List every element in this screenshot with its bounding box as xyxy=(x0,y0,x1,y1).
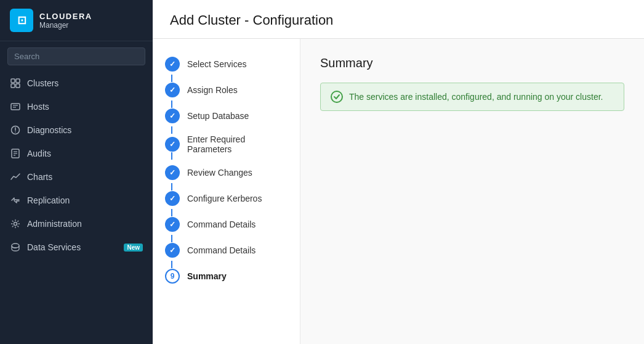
step-label-3: Setup Database xyxy=(187,111,249,121)
sidebar-item-audits[interactable]: Audits xyxy=(0,142,153,165)
brand-name: CLOUDERA xyxy=(39,12,92,21)
logo-text: CLOUDERA Manager xyxy=(39,12,92,30)
step-summary[interactable]: 9 Summary xyxy=(153,263,300,284)
success-text: The services are installed, configured, … xyxy=(349,92,603,102)
step-review-changes[interactable]: ✓ Review Changes xyxy=(153,160,300,186)
step-label-5: Review Changes xyxy=(187,168,252,178)
step-circle-9: 9 xyxy=(165,269,180,284)
audits-label: Audits xyxy=(27,149,143,158)
main-content: Add Cluster - Configuration ✓ Select Ser… xyxy=(153,0,644,344)
page-title: Add Cluster - Configuration xyxy=(170,12,627,28)
wizard-steps-panel: ✓ Select Services ✓ Assign Roles ✓ Setup… xyxy=(153,39,300,344)
replication-label: Replication xyxy=(27,195,143,205)
hosts-label: Hosts xyxy=(27,102,143,112)
step-label-9: Summary xyxy=(187,271,227,281)
svg-rect-4 xyxy=(11,104,20,110)
sidebar-item-hosts[interactable]: Hosts xyxy=(0,95,153,118)
new-badge: New xyxy=(124,244,143,252)
audits-icon xyxy=(10,148,21,159)
step-label-4: Enter Required Parameters xyxy=(187,134,288,154)
sidebar-item-replication[interactable]: Replication xyxy=(0,189,153,212)
step-configure-kerberos[interactable]: ✓ Configure Kerberos xyxy=(153,186,300,211)
sidebar-item-administration[interactable]: Administration xyxy=(0,212,153,235)
hosts-icon xyxy=(10,101,21,112)
step-circle-3: ✓ xyxy=(165,109,180,123)
step-circle-4: ✓ xyxy=(165,137,180,152)
sidebar-item-data-services[interactable]: Data Services New xyxy=(0,235,153,259)
step-setup-database[interactable]: ✓ Setup Database xyxy=(153,103,300,129)
clusters-label: Clusters xyxy=(27,78,143,88)
diagnostics-icon xyxy=(10,125,21,136)
step-assign-roles[interactable]: ✓ Assign Roles xyxy=(153,77,300,103)
search-input[interactable] xyxy=(7,47,145,65)
administration-label: Administration xyxy=(27,219,143,229)
svg-point-14 xyxy=(14,223,17,226)
step-circle-5: ✓ xyxy=(165,165,180,180)
svg-rect-2 xyxy=(11,84,15,88)
step-enter-required-parameters[interactable]: ✓ Enter Required Parameters xyxy=(153,129,300,160)
step-command-details-2[interactable]: ✓ Command Details xyxy=(153,237,300,263)
summary-panel: Summary The services are installed, conf… xyxy=(300,39,644,344)
clusters-icon xyxy=(10,78,21,89)
data-services-label: Data Services xyxy=(27,242,118,252)
content-area: ✓ Select Services ✓ Assign Roles ✓ Setup… xyxy=(153,39,644,344)
sidebar-item-diagnostics[interactable]: Diagnostics xyxy=(0,118,153,142)
sidebar-item-clusters[interactable]: Clusters xyxy=(0,72,153,95)
logo-area: ⊡ CLOUDERA Manager xyxy=(0,0,153,41)
step-command-details-1[interactable]: ✓ Command Details xyxy=(153,211,300,237)
page-header: Add Cluster - Configuration xyxy=(153,0,644,39)
product-name: Manager xyxy=(39,21,92,30)
svg-rect-0 xyxy=(11,79,15,83)
svg-rect-3 xyxy=(16,84,20,88)
charts-label: Charts xyxy=(27,172,143,182)
diagnostics-label: Diagnostics xyxy=(27,125,143,135)
sidebar-nav: Clusters Hosts Diagnostics xyxy=(0,72,153,344)
step-circle-8: ✓ xyxy=(165,243,180,258)
step-label-7: Command Details xyxy=(187,219,256,229)
summary-title: Summary xyxy=(320,56,624,70)
success-icon xyxy=(331,91,343,103)
logo-icon: ⊡ xyxy=(10,9,33,32)
search-container xyxy=(0,41,153,72)
step-circle-6: ✓ xyxy=(165,191,180,206)
step-label-6: Configure Kerberos xyxy=(187,194,262,203)
step-label-1: Select Services xyxy=(187,59,246,69)
sidebar: ⊡ CLOUDERA Manager Clusters xyxy=(0,0,153,344)
step-circle-1: ✓ xyxy=(165,57,180,72)
sidebar-item-charts[interactable]: Charts xyxy=(0,165,153,189)
svg-point-9 xyxy=(15,131,16,133)
replication-icon xyxy=(10,195,21,206)
step-select-services[interactable]: ✓ Select Services xyxy=(153,51,300,77)
success-message-box: The services are installed, configured, … xyxy=(320,83,624,111)
svg-rect-1 xyxy=(16,79,20,83)
step-label-2: Assign Roles xyxy=(187,85,238,95)
step-circle-2: ✓ xyxy=(165,83,180,97)
administration-icon xyxy=(10,218,21,229)
step-circle-7: ✓ xyxy=(165,217,180,232)
data-services-icon xyxy=(10,242,21,253)
charts-icon xyxy=(10,171,21,182)
step-label-8: Command Details xyxy=(187,245,256,255)
